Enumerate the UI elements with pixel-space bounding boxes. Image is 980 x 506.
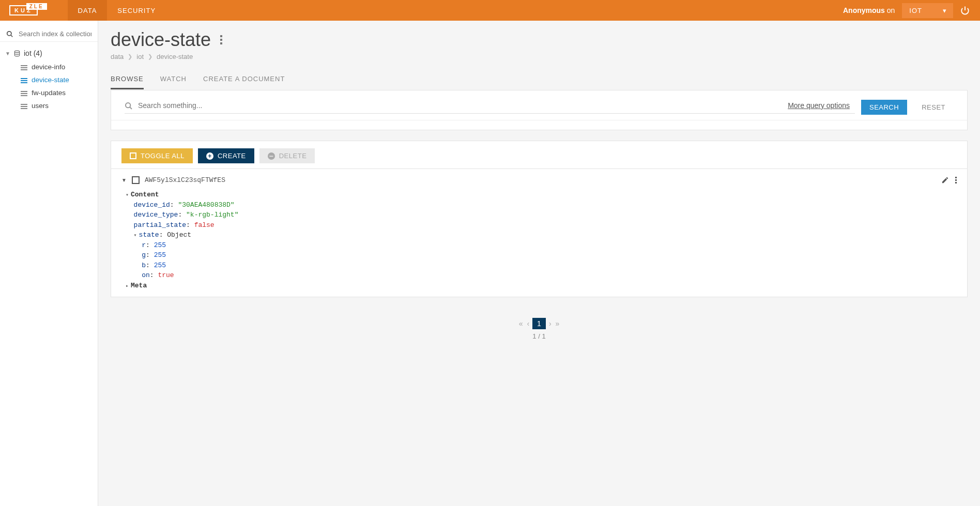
svg-point-0 (7, 32, 11, 36)
top-nav: DATA SECURITY (68, 0, 166, 21)
breadcrumb-item[interactable]: data (111, 53, 124, 60)
breadcrumb-item[interactable]: iot (136, 53, 144, 60)
svg-line-1 (11, 35, 13, 37)
more-query-options-link[interactable]: More query options (788, 101, 850, 110)
reset-button[interactable]: RESET (913, 100, 954, 115)
tab-watch[interactable]: WATCH (160, 75, 187, 89)
list-icon (21, 90, 27, 96)
svg-point-2 (14, 51, 19, 53)
power-icon[interactable] (960, 6, 970, 16)
document-menu-icon[interactable] (955, 177, 957, 183)
document-toolbar: TOGGLE ALL + CREATE − DELETE (111, 141, 968, 168)
index-iot[interactable]: ▼ iot (4) (0, 46, 98, 60)
nav-security[interactable]: SECURITY (107, 0, 166, 21)
user-label: Anonymous on (843, 6, 895, 14)
sidebar: ▼ iot (4) device-info device-state fw-up… (0, 21, 98, 506)
svg-point-3 (126, 103, 130, 108)
list-icon (21, 103, 27, 109)
toggle-all-button[interactable]: TOGGLE ALL (121, 148, 193, 163)
search-icon (125, 101, 133, 110)
svg-line-4 (130, 107, 132, 109)
collection-device-info[interactable]: device-info (0, 60, 98, 73)
document-json: ▾Content device_id: "30AEA480838D" devic… (121, 190, 957, 290)
tab-browse[interactable]: BROWSE (111, 75, 144, 89)
collapse-icon[interactable]: ▼ (121, 177, 127, 183)
page-title: device-state (111, 29, 968, 51)
list-icon (21, 77, 27, 83)
search-icon (6, 29, 13, 38)
main-content: device-state data ❯ iot ❯ device-state B… (98, 21, 980, 506)
list-icon (21, 64, 27, 70)
collection-fw-updates[interactable]: fw-updates (0, 86, 98, 99)
topbar: KUZZLE DATA SECURITY Anonymous on IOT ▾ (0, 0, 980, 21)
title-menu-icon[interactable] (218, 33, 224, 47)
document-id: AWF5ylSxlC23sqFTWfES (145, 176, 225, 184)
breadcrumb: data ❯ iot ❯ device-state (111, 53, 968, 60)
delete-button: − DELETE (259, 148, 315, 163)
document-checkbox[interactable] (132, 176, 140, 184)
database-icon (13, 49, 21, 57)
pager-first-icon[interactable]: « (518, 318, 524, 329)
plus-circle-icon: + (206, 152, 213, 160)
search-panel: More query options SEARCH RESET (111, 90, 968, 130)
minus-circle-icon: − (268, 152, 275, 160)
pager-next-icon[interactable]: › (548, 318, 553, 329)
checkbox-icon (130, 152, 136, 159)
pager-info: 1 / 1 (111, 332, 968, 340)
pager-last-icon[interactable]: » (555, 318, 561, 329)
collection-device-state[interactable]: device-state (0, 73, 98, 86)
pagination: « ‹ 1 › » 1 / 1 (111, 318, 968, 340)
sidebar-search-input[interactable] (19, 30, 91, 38)
content-tabs: BROWSE WATCH CREATE A DOCUMENT (111, 75, 968, 90)
pager-current: 1 (532, 318, 546, 329)
nav-data[interactable]: DATA (68, 0, 108, 21)
document-search-input[interactable] (138, 101, 788, 110)
search-button[interactable]: SEARCH (861, 100, 907, 115)
collection-users[interactable]: users (0, 99, 98, 112)
chevron-down-icon: ▾ (943, 7, 947, 14)
pager-prev-icon[interactable]: ‹ (526, 318, 530, 329)
document-card: ▼ AWF5ylSxlC23sqFTWfES ▾Content device_i… (111, 168, 968, 297)
tab-create-document[interactable]: CREATE A DOCUMENT (203, 75, 285, 89)
breadcrumb-item: device-state (157, 53, 193, 60)
caret-down-icon: ▼ (5, 51, 10, 56)
index-label: iot (4) (24, 49, 42, 57)
sidebar-search (0, 26, 98, 42)
chevron-right-icon: ❯ (128, 53, 132, 60)
edit-icon[interactable] (941, 175, 949, 185)
environment-select[interactable]: IOT ▾ (902, 3, 953, 18)
create-button[interactable]: + CREATE (198, 148, 254, 163)
logo[interactable]: KUZZLE (0, 5, 47, 16)
chevron-right-icon: ❯ (148, 53, 152, 60)
